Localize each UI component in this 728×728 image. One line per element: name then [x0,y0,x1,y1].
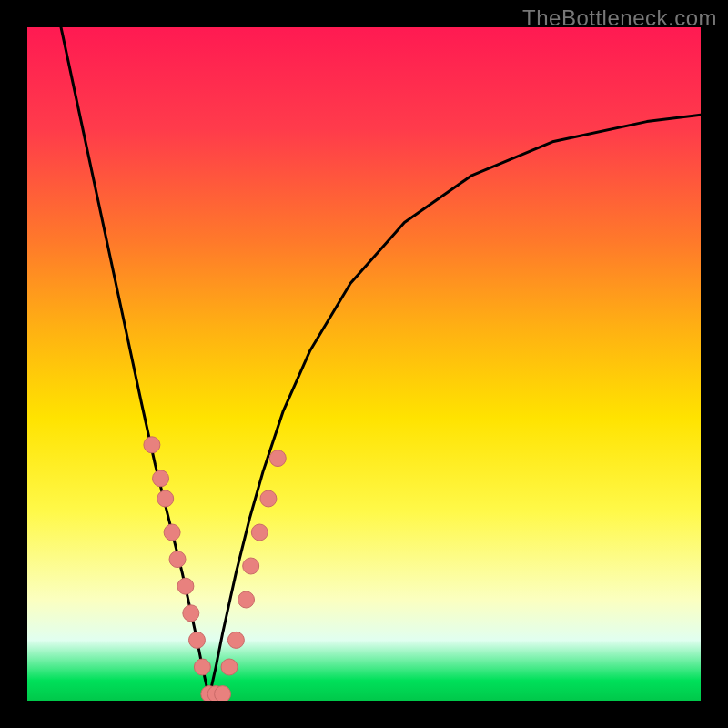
watermark-text: TheBottleneck.com [522,5,717,31]
chart-canvas: TheBottleneck.com [0,0,728,728]
curve-marker [153,470,169,487]
curve-marker [164,524,180,541]
curve-marker [251,524,268,541]
curve-marker [260,490,277,507]
curve-marker [183,605,199,622]
curve-marker [238,592,255,608]
curve-marker [177,578,194,594]
curve-marker [157,490,174,507]
curve-marker [169,551,186,568]
curve-marker [228,632,244,648]
curve-marker [221,659,238,675]
curve-marker [269,450,286,467]
plot-area [27,27,701,701]
bottleneck-curve [61,27,701,697]
curve-marker [144,437,160,453]
curve-marker [194,659,210,675]
curve-marker [215,686,231,701]
curve-marker [188,632,205,648]
plot-svg [27,27,701,701]
marker-group [144,437,286,701]
curve-marker [243,558,259,574]
